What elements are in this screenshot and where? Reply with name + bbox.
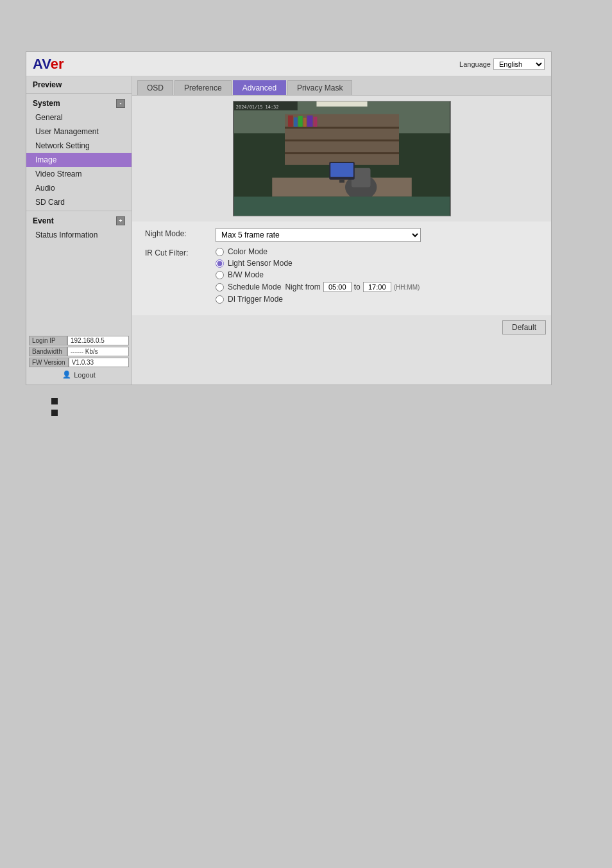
radio-light-sensor-mode-label[interactable]: Light Sensor Mode [228, 259, 293, 268]
sidebar-footer: Login IP 192.168.0.5 Bandwidth ------ Kb… [26, 332, 132, 385]
svg-rect-9 [303, 118, 306, 127]
svg-rect-18 [234, 196, 449, 216]
tab-bar: OSD Preference Advanced Privacy Mask [132, 76, 551, 96]
radio-di-trigger-mode-input[interactable] [216, 295, 224, 304]
sidebar-item-status-information[interactable]: Status Information [26, 228, 132, 242]
night-mode-control: Max 5 frame rate Max 15 frame rate Max 3… [216, 228, 538, 242]
fw-version-value: V1.0.33 [69, 358, 129, 367]
night-mode-label: Night Mode: [145, 228, 216, 238]
sidebar-item-video-stream[interactable]: Video Stream [26, 167, 132, 181]
camera-preview: 2024/01/15 14:32 [233, 101, 451, 216]
ir-cut-filter-label: IR Cut Filter: [145, 247, 216, 257]
language-select[interactable]: English [493, 58, 545, 70]
logout-icon: 👤 [62, 370, 71, 379]
svg-rect-4 [285, 139, 399, 141]
tab-privacy-mask[interactable]: Privacy Mask [287, 80, 352, 95]
bandwidth-value: ------ Kb/s [67, 347, 129, 356]
ir-radio-group: Color Mode Light Sensor Mode [216, 247, 538, 304]
tab-preference[interactable]: Preference [174, 80, 232, 95]
bandwidth-label: Bandwidth [29, 347, 67, 356]
system-toggle-icon[interactable]: - [116, 99, 125, 108]
svg-rect-10 [307, 116, 312, 127]
radio-color-mode-label[interactable]: Color Mode [228, 247, 268, 256]
radio-schedule-mode-label[interactable]: Schedule Mode [228, 282, 281, 291]
svg-rect-5 [285, 152, 399, 154]
sidebar-item-sd-card[interactable]: SD Card [26, 195, 132, 209]
radio-bw-mode-input[interactable] [216, 271, 224, 279]
sidebar: Preview System - General User Management… [26, 76, 132, 385]
tab-osd[interactable]: OSD [137, 80, 173, 95]
app-body: Preview System - General User Management… [26, 76, 551, 385]
radio-bw-mode: B/W Mode [216, 270, 538, 279]
login-ip-row: Login IP 192.168.0.5 [29, 336, 129, 345]
svg-rect-7 [293, 117, 297, 127]
ir-cut-filter-row: IR Cut Filter: Color Mode [145, 247, 538, 304]
login-ip-value: 192.168.0.5 [67, 336, 129, 345]
time-format-hint: (HH:MM) [394, 284, 420, 291]
main-content: OSD Preference Advanced Privacy Mask [132, 76, 551, 385]
page-bottom [26, 385, 586, 434]
to-label: to [354, 282, 361, 291]
sidebar-item-image[interactable]: Image [26, 153, 132, 167]
radio-schedule-mode-input[interactable] [216, 283, 224, 291]
tab-advanced[interactable]: Advanced [233, 80, 286, 95]
svg-rect-6 [287, 116, 293, 127]
sidebar-item-audio[interactable]: Audio [26, 181, 132, 195]
sidebar-item-user-management[interactable]: User Management [26, 125, 132, 139]
svg-rect-11 [313, 117, 317, 127]
night-from-input[interactable] [323, 282, 352, 292]
app-container: AVer Language English Preview System - G… [26, 51, 552, 385]
bullet-square-2 [51, 410, 58, 416]
sidebar-item-network-setting[interactable]: Network Setting [26, 139, 132, 153]
radio-bw-mode-label[interactable]: B/W Mode [228, 270, 264, 279]
svg-rect-16 [330, 163, 353, 177]
settings-panel: Night Mode: Max 5 frame rate Max 15 fram… [132, 221, 551, 315]
logout-button[interactable]: 👤 Logout [29, 369, 129, 381]
event-section-header[interactable]: Event + [26, 213, 132, 228]
radio-di-trigger-mode-label[interactable]: DI Trigger Mode [228, 295, 283, 304]
night-to-input[interactable] [363, 282, 391, 292]
bullet-square-1 [51, 398, 58, 404]
radio-color-mode: Color Mode [216, 247, 538, 256]
preview-label: Preview [33, 80, 62, 89]
schedule-inline: Night from to (HH:MM) [285, 282, 420, 292]
language-label: Language [459, 60, 491, 68]
night-mode-select[interactable]: Max 5 frame rate Max 15 frame rate Max 3… [216, 228, 421, 242]
sidebar-item-general[interactable]: General [26, 110, 132, 125]
event-toggle-icon[interactable]: + [116, 216, 125, 225]
radio-light-sensor-mode-input[interactable] [216, 259, 224, 268]
fw-version-row: FW Version V1.0.33 [29, 358, 129, 367]
default-btn-row: Default [132, 315, 551, 340]
system-section-header[interactable]: System - [26, 95, 132, 110]
radio-di-trigger-mode: DI Trigger Mode [216, 295, 538, 304]
bullet-item-2 [51, 410, 561, 416]
login-ip-label: Login IP [29, 336, 67, 345]
system-label: System [33, 99, 60, 108]
svg-rect-17 [339, 180, 344, 183]
default-button[interactable]: Default [502, 320, 546, 334]
radio-color-mode-input[interactable] [216, 248, 224, 256]
radio-light-sensor-mode: Light Sensor Mode [216, 259, 538, 268]
bullet-item-1 [51, 398, 561, 404]
svg-rect-3 [285, 127, 399, 129]
svg-rect-19 [316, 101, 367, 107]
app-logo: AVer [33, 56, 64, 73]
bandwidth-row: Bandwidth ------ Kb/s [29, 347, 129, 356]
app-header: AVer Language English [26, 52, 551, 76]
event-label: Event [33, 216, 54, 225]
preview-section: Preview [26, 76, 132, 92]
logout-label: Logout [74, 371, 96, 379]
night-from-label: Night from [285, 282, 320, 291]
fw-version-label: FW Version [29, 358, 69, 367]
ir-cut-filter-control: Color Mode Light Sensor Mode [216, 247, 538, 304]
night-mode-row: Night Mode: Max 5 frame rate Max 15 fram… [145, 228, 538, 242]
radio-schedule-mode: Schedule Mode Night from to (HH:MM) [216, 282, 538, 292]
svg-text:2024/01/15 14:32: 2024/01/15 14:32 [235, 105, 278, 110]
svg-rect-8 [298, 116, 302, 127]
